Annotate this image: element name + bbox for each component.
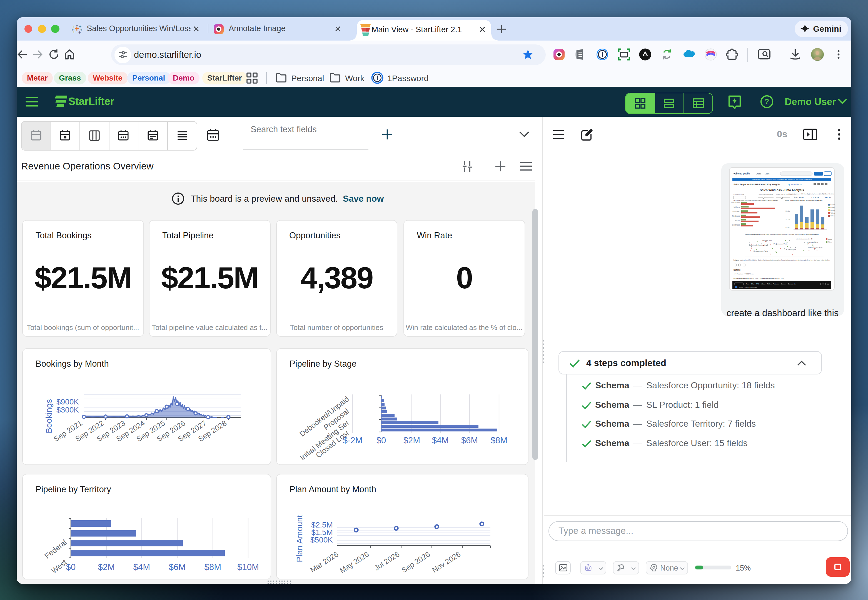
svg-text:77.83K: 77.83K: [811, 196, 820, 199]
svg-text:?: ?: [765, 97, 770, 106]
svg-text:$6M: $6M: [461, 436, 478, 445]
svg-text:Replacement Parts: Replacement Parts: [753, 250, 768, 252]
svg-text:$1.0M: $1.0M: [785, 219, 790, 220]
svg-text:Midwest: Midwest: [734, 206, 741, 208]
svg-text:+: +: [76, 24, 78, 27]
svg-text:Sales Win/Loss - Data Analysis: Sales Win/Loss - Data Analysis: [760, 188, 804, 192]
svg-text:Won: Won: [828, 241, 832, 243]
svg-text:☆ 4 Favorites 👁 386 Views: ☆ 4 Favorites 👁 386 Views: [733, 273, 753, 275]
svg-text:Sales Opportunities Win/Loss -: Sales Opportunities Win/Loss - Key Insig…: [733, 183, 780, 186]
svg-text:Federal: Federal: [43, 538, 68, 560]
svg-text:$2M: $2M: [403, 436, 420, 445]
svg-text:Bookings: Bookings: [44, 399, 53, 433]
svg-text:Let's understand the Conversio: Let's understand the Conversion(Win/Loss…: [733, 200, 778, 201]
svg-text:$10M: $10M: [237, 562, 259, 572]
svg-text:Create: Create: [756, 173, 762, 175]
svg-text:16.31: 16.31: [825, 196, 832, 199]
svg-text:+: +: [72, 27, 74, 31]
svg-text:$1.5M: $1.5M: [785, 210, 790, 212]
svg-text:Southeast: Southeast: [732, 224, 740, 226]
svg-text:About: About: [761, 283, 765, 285]
svg-text:$2M: $2M: [98, 562, 115, 572]
svg-text:Tableau Products: Tableau Products: [767, 283, 779, 285]
svg-text:YOUR PRIVACY CHOICES: YOUR PRIVACY CHOICES: [739, 286, 757, 288]
svg-text:West: West: [50, 558, 68, 575]
svg-text:The results are in! Your Iron: The results are in! Your Iron Viz 2026 f…: [752, 179, 812, 180]
svg-text:Plan Amount: Plan Amount: [295, 515, 304, 562]
svg-text:Fields Done: Fields Done: [830, 204, 835, 206]
svg-text:$91.64K: $91.64K: [794, 196, 804, 199]
svg-text:Reseller: Reseller: [830, 209, 835, 211]
svg-text:First Published Date: Apr 30,: First Published Date: Apr 30, 2018 Last …: [733, 277, 785, 279]
svg-text:Other: Other: [830, 207, 835, 208]
svg-text:Trust: Trust: [746, 283, 749, 285]
svg-text:Jul 2026: Jul 2026: [373, 550, 401, 573]
svg-text:Spread of Opportunity Amount a: Spread of Opportunity Amount across Rout…: [785, 200, 823, 201]
svg-text:$4M: $4M: [432, 436, 449, 445]
svg-text:Pacific: Pacific: [735, 220, 741, 221]
svg-text:Uniform (LW): Uniform (LW): [762, 240, 772, 241]
svg-text:$0.5M: $0.5M: [785, 227, 790, 229]
svg-text:Northeast: Northeast: [732, 211, 740, 212]
svg-text:Competitor Type: Competitor Type: [733, 194, 744, 195]
svg-text:Loss: Loss: [828, 238, 832, 240]
svg-text:ID Motorcycle Parts: ID Motorcycle Parts: [808, 247, 823, 248]
svg-text:Batteries & Accessories 2: Batteries & Accessories 2: [749, 244, 768, 246]
svg-text:Learn: Learn: [765, 173, 770, 175]
svg-text:Northwest: Northwest: [732, 215, 740, 217]
svg-text:Mar 2026: Mar 2026: [309, 550, 340, 574]
svg-text:FAQ: FAQ: [756, 283, 760, 285]
svg-text:Insights: Looking from left to: Insights: Looking from left to right, th…: [733, 259, 830, 261]
svg-text:Car Electronics: Car Electronics: [785, 248, 796, 250]
svg-text:+ableau public: +ableau public: [733, 172, 750, 175]
svg-text:Details: Details: [733, 269, 741, 271]
svg-text:Sep 2026: Sep 2026: [400, 550, 432, 574]
svg-text:$500K: $500K: [311, 536, 333, 544]
svg-text:Opportunity Number (Count): Opportunity Number (Count): [807, 193, 824, 195]
svg-text:+: +: [80, 27, 82, 31]
svg-text:Client Size By Revenue: Client Size By Revenue: [758, 194, 773, 195]
svg-text:Mid-Atlantic: Mid-Atlantic: [731, 202, 741, 204]
svg-text:Teleweb: Teleweb: [830, 215, 835, 217]
svg-text:This & Whatnot: This & Whatnot: [807, 241, 818, 243]
svg-text:Careers: Careers: [781, 283, 786, 285]
svg-text:$0: $0: [377, 436, 386, 445]
svg-text:Nov 2026: Nov 2026: [431, 550, 462, 574]
svg-text:Telecoverage: Telecoverage: [830, 212, 835, 214]
svg-text:$8M: $8M: [205, 562, 221, 572]
svg-text:Contact Us: Contact Us: [788, 283, 796, 285]
svg-text:$6M: $6M: [169, 562, 186, 572]
svg-text:Blog: Blog: [751, 283, 754, 285]
svg-text:Opportunity Amount by Total Da: Opportunity Amount by Total Days Identif…: [745, 233, 818, 235]
svg-text:$8M: $8M: [491, 436, 507, 445]
svg-text:$4M: $4M: [133, 562, 150, 572]
svg-text:$300K: $300K: [56, 406, 79, 414]
svg-text:Interior Accessories ID: Interior Accessories ID: [796, 238, 813, 240]
svg-text:by Varun Bapna: by Varun Bapna: [788, 183, 802, 186]
svg-text:$900K: $900K: [56, 397, 79, 406]
svg-text:Total Days Identified: Total Days Identified: [822, 193, 834, 195]
svg-text:May 2026: May 2026: [338, 550, 370, 575]
svg-text:Performance Parts: Performance Parts: [774, 243, 788, 245]
